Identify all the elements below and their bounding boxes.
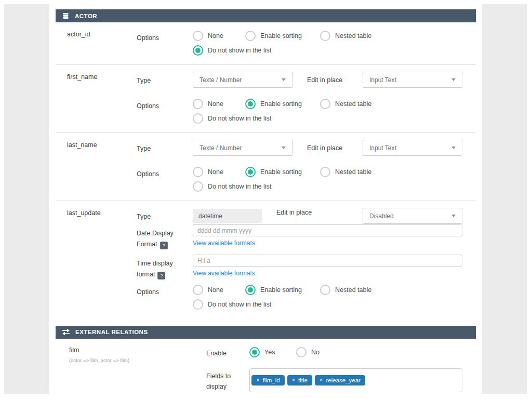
field-row-last-name: last_name Type Texte / Number Edit in pl… <box>56 133 476 201</box>
help-icon[interactable]: ? <box>157 272 165 280</box>
actor-section-title: ACTOR <box>75 13 97 19</box>
options-label: Options <box>137 165 193 193</box>
view-date-formats-link[interactable]: View available formats <box>193 240 255 247</box>
edit-in-place-label: Edit in place <box>307 76 342 84</box>
options-label: Options <box>137 29 193 57</box>
radio-yes[interactable]: Yes <box>249 347 296 357</box>
radio-circle[interactable] <box>193 99 203 109</box>
type-readonly-field: datetime <box>193 209 262 223</box>
type-label: Type <box>137 72 193 88</box>
date-display-format-label: Date Display Format? <box>137 224 193 249</box>
radio-circle[interactable] <box>320 99 330 109</box>
radio-circle[interactable] <box>245 167 256 177</box>
radio-circle[interactable] <box>249 347 260 357</box>
radio-circle[interactable] <box>320 167 330 177</box>
relation-name: film <box>69 347 206 354</box>
page-side-panel-right <box>482 4 527 394</box>
radio-circle[interactable] <box>193 285 203 295</box>
external-relations-section-title: EXTERNAL RELATIONS <box>75 329 148 335</box>
radio-do-not-show[interactable]: Do not show in the list <box>193 181 271 192</box>
remove-tag-icon[interactable]: × <box>292 377 295 383</box>
enable-label: Enable <box>206 345 249 359</box>
date-display-format-input[interactable] <box>193 224 462 236</box>
database-icon <box>62 12 70 20</box>
chevron-down-icon <box>451 147 456 149</box>
radio-circle[interactable] <box>193 299 203 310</box>
radio-circle[interactable] <box>245 285 256 295</box>
field-row-actor-id: actor_id Options None Enable sorting <box>56 22 476 65</box>
radio-circle[interactable] <box>193 181 203 192</box>
page-side-panel-left <box>4 4 49 394</box>
radio-none[interactable]: None <box>193 99 245 109</box>
radio-circle[interactable] <box>296 347 307 357</box>
exchange-arrows-icon <box>62 328 70 336</box>
radio-circle[interactable] <box>193 45 203 56</box>
radio-none[interactable]: None <box>193 167 245 177</box>
radio-nested-table[interactable]: Nested table <box>320 99 371 109</box>
edit-in-place-select[interactable]: Disabled <box>363 208 462 224</box>
type-select[interactable]: Texte / Number <box>193 72 292 88</box>
field-name: last_name <box>56 140 137 193</box>
type-label: Type <box>137 140 193 156</box>
radio-circle[interactable] <box>320 31 330 41</box>
radio-enable-sorting[interactable]: Enable sorting <box>245 167 320 177</box>
radio-circle[interactable] <box>245 99 256 109</box>
radio-circle[interactable] <box>193 113 203 124</box>
field-tag-title[interactable]: × title <box>287 375 312 385</box>
radio-do-not-show[interactable]: Do not show in the list <box>193 45 271 56</box>
radio-circle[interactable] <box>245 31 256 41</box>
actor-section-header: ACTOR <box>56 9 476 22</box>
relation-row-film: film (actor => film_actor => film) Enabl… <box>56 339 476 399</box>
chevron-down-icon <box>451 215 456 217</box>
radio-enable-sorting[interactable]: Enable sorting <box>245 285 320 295</box>
remove-tag-icon[interactable]: × <box>256 377 259 383</box>
time-display-format-label: Time display format? <box>137 255 193 280</box>
radio-none[interactable]: None <box>193 285 245 295</box>
chevron-down-icon <box>282 147 286 149</box>
edit-in-place-select[interactable]: Input Text <box>363 72 462 88</box>
edit-in-place-label: Edit in place <box>307 144 342 152</box>
options-label: Options <box>137 97 193 125</box>
radio-circle[interactable] <box>320 285 330 295</box>
chevron-down-icon <box>282 78 286 81</box>
radio-nested-table[interactable]: Nested table <box>320 285 371 295</box>
radio-no[interactable]: No <box>296 347 320 357</box>
field-name: actor_id <box>56 29 137 57</box>
field-tag-film-id[interactable]: × film_id <box>251 375 285 385</box>
field-row-last-update: last_update Type datetime Disabled Edit … <box>56 201 476 318</box>
help-icon[interactable]: ? <box>160 242 168 249</box>
fields-to-display-label: Fields to display <box>206 368 249 392</box>
field-name: first_name <box>56 72 137 125</box>
chevron-down-icon <box>451 78 456 81</box>
radio-do-not-show[interactable]: Do not show in the list <box>193 113 271 124</box>
field-tag-release-year[interactable]: × release_year <box>315 375 365 385</box>
radio-circle[interactable] <box>193 31 203 41</box>
remove-tag-icon[interactable]: × <box>320 377 323 383</box>
table-config-panel: ACTOR actor_id Options None Enable sorti… <box>49 0 482 399</box>
time-display-format-input[interactable] <box>193 255 462 267</box>
field-row-first-name: first_name Type Texte / Number Edit in p… <box>56 65 476 133</box>
view-time-formats-link[interactable]: View available formats <box>193 270 255 277</box>
type-select[interactable]: Texte / Number <box>193 140 292 156</box>
field-name: last_update <box>56 208 137 311</box>
radio-none[interactable]: None <box>193 31 245 41</box>
radio-do-not-show[interactable]: Do not show in the list <box>193 299 271 310</box>
relation-path: (actor => film_actor => film) <box>69 357 206 363</box>
radio-enable-sorting[interactable]: Enable sorting <box>245 31 320 41</box>
radio-nested-table[interactable]: Nested table <box>320 31 371 41</box>
edit-in-place-select[interactable]: Input Text <box>363 140 462 156</box>
options-label: Options <box>137 283 193 311</box>
fields-to-display-input[interactable]: × film_id × title × release_year <box>249 368 462 392</box>
radio-nested-table[interactable]: Nested table <box>320 167 371 177</box>
radio-enable-sorting[interactable]: Enable sorting <box>245 99 320 109</box>
radio-circle[interactable] <box>193 167 203 177</box>
external-relations-section-header: EXTERNAL RELATIONS <box>56 326 476 339</box>
